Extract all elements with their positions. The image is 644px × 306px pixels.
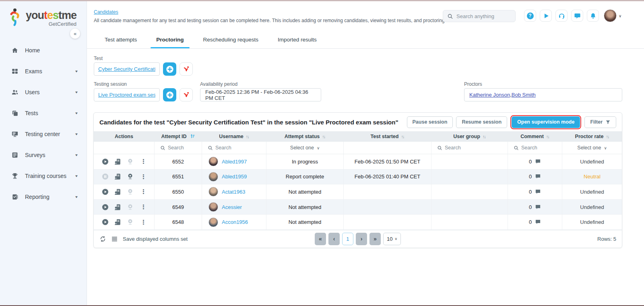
tab-proctoring[interactable]: Proctoring — [151, 31, 189, 48]
first-page-button[interactable]: « — [315, 233, 326, 245]
support-button[interactable] — [555, 10, 568, 22]
session-select[interactable]: Live Proctored exam ses... — [94, 88, 160, 101]
notifications-button[interactable] — [587, 10, 599, 22]
open-session-button[interactable] — [180, 88, 193, 101]
previous-page-button[interactable]: ‹ — [328, 233, 340, 245]
sidebar-item-tests[interactable]: Tests ▼ — [0, 103, 87, 124]
username-filter[interactable] — [202, 145, 266, 151]
comment-icon[interactable] — [535, 204, 541, 210]
sidebar-item-reporting[interactable]: Reporting ▼ — [0, 186, 87, 207]
comment-icon[interactable] — [535, 159, 541, 165]
column-header-comment[interactable]: Comment↑↓ — [508, 134, 562, 139]
webcam-icon[interactable] — [126, 173, 134, 180]
filter-button[interactable]: Filter — [584, 116, 616, 128]
resume-session-button[interactable]: Resume session — [456, 116, 507, 128]
current-page-button[interactable]: 1 — [342, 233, 353, 245]
row-menu-icon[interactable]: ⋮ — [140, 158, 147, 165]
row-menu-icon[interactable]: ⋮ — [140, 203, 147, 211]
test-select[interactable]: Cyber Security Certificati... — [94, 62, 160, 76]
proctor-link-2[interactable]: Bob Smith — [512, 92, 536, 98]
column-header-username[interactable]: Username↑↓ — [202, 134, 266, 139]
username-search-input[interactable] — [215, 145, 248, 151]
column-header-test-started[interactable]: Test started↑↓ — [343, 134, 431, 139]
username-link[interactable]: Abled1997 — [222, 159, 247, 165]
tab-imported-results[interactable]: Imported results — [272, 31, 322, 48]
play-attempt-icon[interactable] — [101, 188, 109, 196]
user-group-search-input[interactable] — [445, 145, 477, 151]
pause-attempt-icon[interactable] — [101, 173, 109, 180]
webcam-icon[interactable] — [126, 158, 134, 165]
username-link[interactable]: Abled1959 — [222, 174, 247, 180]
user-group-filter[interactable] — [431, 145, 508, 151]
report-icon[interactable] — [114, 158, 122, 165]
global-search[interactable] — [443, 10, 516, 22]
add-test-button[interactable] — [163, 62, 176, 76]
save-columns-label[interactable]: Save displayed columns set — [123, 236, 188, 242]
sort-icon[interactable]: ↑↓ — [246, 134, 249, 139]
tab-rescheduling-requests[interactable]: Rescheduling requests — [198, 31, 264, 48]
columns-menu-icon[interactable] — [111, 236, 118, 242]
row-menu-icon[interactable]: ⋮ — [140, 219, 147, 226]
play-attempt-icon[interactable] — [101, 203, 109, 211]
column-header-proctor-rate[interactable]: Proctor rate↑↓ — [562, 134, 622, 139]
last-page-button[interactable]: » — [369, 233, 381, 245]
column-header-user-group[interactable]: User group↑↓ — [431, 134, 508, 139]
comment-icon[interactable] — [535, 174, 541, 180]
attempt-id-filter[interactable] — [155, 145, 202, 151]
sort-icon[interactable]: ↑↓ — [483, 134, 485, 139]
refresh-icon[interactable] — [99, 236, 106, 242]
row-menu-icon[interactable]: ⋮ — [140, 188, 147, 195]
sort-icon[interactable]: ↑↓ — [546, 134, 549, 139]
attempt-id-search-input[interactable] — [168, 145, 200, 151]
report-icon[interactable] — [114, 218, 122, 226]
help-button[interactable]: ? — [524, 10, 536, 22]
report-icon[interactable] — [114, 173, 122, 180]
open-test-button[interactable] — [180, 62, 193, 76]
sidebar-item-surveys[interactable]: Surveys ▼ — [0, 145, 87, 165]
column-header-attempt-status[interactable]: Attempt status↑↓ — [266, 134, 343, 139]
comment-icon[interactable] — [535, 219, 541, 225]
sidebar-item-testing-center[interactable]: Testing center ▼ — [0, 124, 87, 145]
report-icon[interactable] — [114, 203, 122, 211]
comment-search-input[interactable] — [521, 145, 553, 151]
row-menu-icon[interactable]: ⋮ — [140, 173, 147, 180]
attempt-status-filter[interactable]: Select one∨ — [290, 145, 320, 151]
sort-ascending-icon[interactable] — [189, 133, 195, 140]
open-supervision-mode-button[interactable]: Open supervision mode — [512, 116, 580, 128]
sidebar-item-training-courses[interactable]: Training courses ▼ — [0, 165, 87, 186]
tab-test-attempts[interactable]: Test attempts — [99, 31, 142, 48]
username-link[interactable]: Actat1963 — [222, 189, 246, 195]
user-menu[interactable]: ∨ — [604, 9, 621, 22]
report-icon[interactable] — [114, 188, 122, 196]
webcam-icon[interactable] — [126, 218, 134, 226]
webcam-icon[interactable] — [126, 188, 134, 196]
page-size-select[interactable]: 10∨ — [383, 233, 401, 245]
sort-icon[interactable]: ↑↓ — [401, 134, 404, 139]
sort-icon[interactable]: ↑↓ — [606, 134, 609, 139]
column-header-attempt-id[interactable]: Attempt ID — [154, 133, 202, 140]
proctor-link-1[interactable]: Katherine Jonson — [469, 92, 510, 98]
sidebar-item-users[interactable]: Users ▼ — [0, 82, 87, 103]
comment-icon[interactable] — [535, 189, 541, 195]
play-attempt-icon[interactable] — [101, 218, 109, 226]
sidebar-collapse-button[interactable]: « — [70, 29, 80, 39]
messages-button[interactable] — [571, 10, 583, 22]
test-link[interactable]: Cyber Security Certificati... — [98, 66, 155, 72]
tutorial-button[interactable] — [540, 10, 552, 22]
session-link[interactable]: Live Proctored exam ses... — [98, 92, 155, 98]
sidebar-item-exams[interactable]: Exams ▼ — [0, 61, 87, 82]
sidebar-item-home[interactable]: Home — [0, 40, 87, 61]
webcam-icon[interactable] — [126, 203, 134, 211]
proctor-rate-filter[interactable]: Select one∨ — [577, 145, 607, 151]
next-page-button[interactable]: › — [356, 233, 367, 245]
user-avatar[interactable] — [604, 9, 617, 22]
search-input[interactable] — [456, 13, 509, 19]
add-session-button[interactable] — [163, 88, 176, 101]
username-link[interactable]: Acessier — [222, 204, 242, 210]
username-link[interactable]: Accon1956 — [222, 219, 248, 225]
play-attempt-icon[interactable] — [101, 158, 109, 165]
pause-session-button[interactable]: Pause session — [407, 116, 453, 128]
breadcrumb-candidates[interactable]: Candidates — [94, 9, 118, 15]
comment-filter[interactable] — [508, 145, 562, 151]
sort-icon[interactable]: ↑↓ — [322, 134, 325, 139]
